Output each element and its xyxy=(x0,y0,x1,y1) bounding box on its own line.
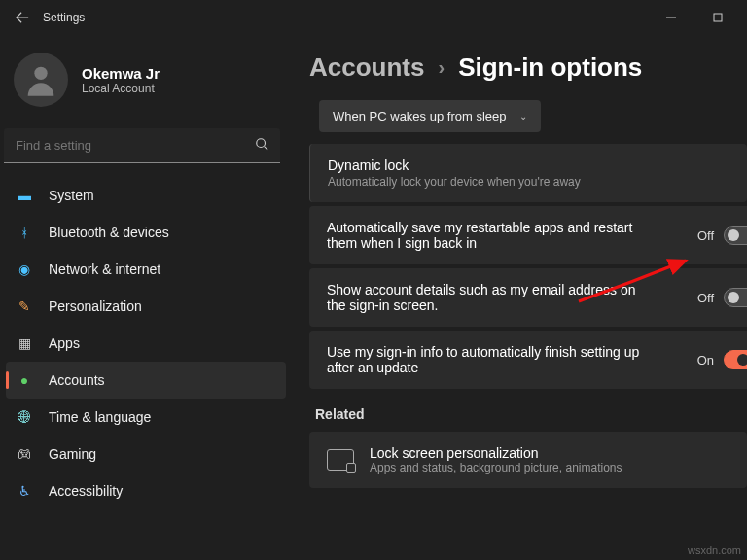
breadcrumb-root[interactable]: Accounts xyxy=(309,52,424,83)
wake-dropdown[interactable]: When PC wakes up from sleep ⌄ xyxy=(319,100,541,132)
sidebar: Okemwa Jr Local Account ▬System ᚼBluetoo… xyxy=(0,35,292,560)
maximize-button[interactable] xyxy=(696,4,739,31)
main-content: Accounts › Sign-in options When PC wakes… xyxy=(292,35,747,560)
breadcrumb-current: Sign-in options xyxy=(458,52,642,83)
toggle-restartable-apps[interactable] xyxy=(724,226,747,245)
toggle-account-details[interactable] xyxy=(724,288,747,307)
wifi-icon: ◉ xyxy=(16,261,33,278)
nav-gaming[interactable]: 🎮︎Gaming xyxy=(0,436,292,472)
nav-accounts[interactable]: ●Accounts xyxy=(6,362,286,399)
back-button[interactable] xyxy=(8,3,37,32)
related-heading: Related xyxy=(315,406,747,422)
accessibility-icon: ♿︎ xyxy=(16,482,33,500)
nav-personalization[interactable]: ✎Personalization xyxy=(0,288,292,325)
nav-time[interactable]: 🌐︎Time & language xyxy=(0,399,292,436)
breadcrumb: Accounts › Sign-in options xyxy=(309,52,747,83)
window-title: Settings xyxy=(43,11,85,24)
profile-name: Okemwa Jr xyxy=(82,65,160,82)
profile-block[interactable]: Okemwa Jr Local Account xyxy=(0,43,292,124)
apps-icon: ▦ xyxy=(16,334,33,352)
gaming-icon: 🎮︎ xyxy=(16,445,33,463)
minimize-button[interactable] xyxy=(650,4,693,31)
nav-bluetooth[interactable]: ᚼBluetooth & devices xyxy=(0,214,292,251)
titlebar: Settings xyxy=(0,0,747,35)
setting-signin-info[interactable]: Use my sign-in info to automatically fin… xyxy=(309,331,747,389)
related-lockscreen[interactable]: Lock screen personalization Apps and sta… xyxy=(309,432,747,488)
dynamic-lock-row[interactable]: Dynamic lock Automatically lock your dev… xyxy=(309,144,747,202)
setting-restartable-apps[interactable]: Automatically save my restartable apps a… xyxy=(309,206,747,264)
profile-subtitle: Local Account xyxy=(82,82,160,95)
search-box[interactable] xyxy=(4,128,280,163)
toggle-signin-info[interactable] xyxy=(724,350,747,369)
avatar xyxy=(14,52,68,107)
brush-icon: ✎ xyxy=(16,298,33,315)
nav-list: ▬System ᚼBluetooth & devices ◉Network & … xyxy=(0,177,292,509)
bluetooth-icon: ᚼ xyxy=(16,224,33,241)
person-icon: ● xyxy=(16,371,33,389)
watermark: wsxdn.com xyxy=(688,544,741,556)
chevron-down-icon: ⌄ xyxy=(519,111,527,122)
nav-network[interactable]: ◉Network & internet xyxy=(0,251,292,288)
search-icon xyxy=(255,137,268,155)
nav-system[interactable]: ▬System xyxy=(0,177,292,214)
system-icon: ▬ xyxy=(16,187,33,204)
svg-point-2 xyxy=(257,138,266,147)
lockscreen-icon xyxy=(327,449,354,471)
svg-rect-0 xyxy=(714,14,722,21)
search-input[interactable] xyxy=(16,138,255,153)
chevron-right-icon: › xyxy=(438,56,445,79)
setting-account-details[interactable]: Show account details such as my email ad… xyxy=(309,268,747,327)
window-controls xyxy=(650,4,739,31)
globe-icon: 🌐︎ xyxy=(16,408,33,426)
nav-apps[interactable]: ▦Apps xyxy=(0,325,292,362)
nav-accessibility[interactable]: ♿︎Accessibility xyxy=(0,472,292,509)
svg-point-1 xyxy=(34,67,47,80)
